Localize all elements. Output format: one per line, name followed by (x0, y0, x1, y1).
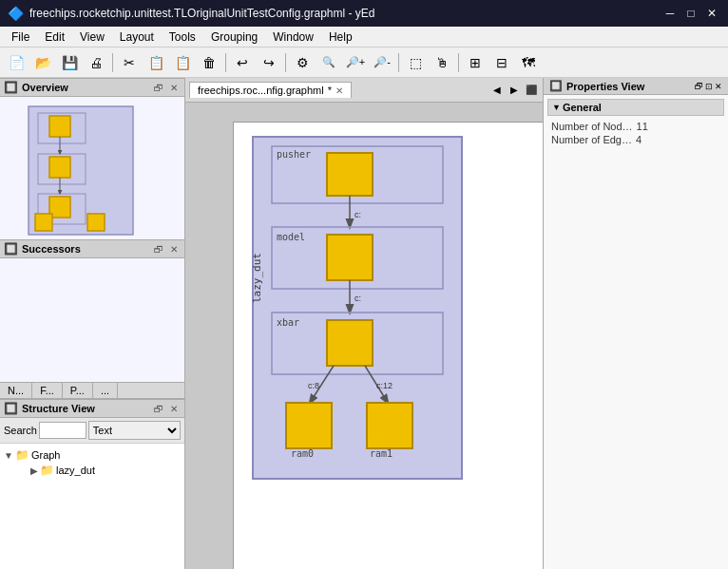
svg-rect-20 (327, 235, 373, 280)
successors-restore-btn[interactable]: 🗗 (152, 242, 165, 256)
document-tabs: freechips.roc...nfig.graphml * ✕ ◀ ▶ ⬛ (185, 78, 543, 103)
toolbar-zoom-fit[interactable]: 🔍 (316, 50, 341, 75)
tree-item-graph[interactable]: ▼ 📁 Graph (4, 447, 181, 463)
prop-value-edges: 4 (636, 134, 642, 145)
toolbar-zoom-in[interactable]: 🔎+ (343, 50, 368, 75)
toolbar-fit[interactable]: ⬚ (403, 50, 428, 75)
search-type-dropdown[interactable]: Text Label (88, 421, 181, 440)
doc-tab-close[interactable]: ✕ (335, 85, 343, 96)
canvas[interactable]: lazy_dut pusher c: model (185, 103, 543, 569)
overview-panel: 🔲 Overview 🗗 ✕ (0, 78, 184, 239)
structure-restore-btn[interactable]: 🗗 (152, 402, 165, 415)
svg-text:ram0: ram0 (291, 448, 314, 459)
toolbar-new[interactable]: 📄 (4, 50, 29, 75)
graph-diagram: lazy_dut pusher c: model (243, 132, 543, 569)
doc-tab-graphml[interactable]: freechips.roc...nfig.graphml * ✕ (189, 82, 352, 98)
close-button[interactable]: ✕ (703, 5, 720, 22)
properties-section-arrow: ▼ (552, 103, 561, 112)
overview-diagram (10, 102, 157, 239)
toolbar-separator-4 (398, 53, 399, 72)
toolbar-redo[interactable]: ↪ (257, 50, 281, 75)
overview-panel-header: 🔲 Overview 🗗 ✕ (0, 78, 184, 97)
successors-title: Successors (22, 243, 148, 255)
svg-text:xbar: xbar (277, 317, 299, 328)
tree-arrow-lazy-dut: ▶ (30, 465, 38, 476)
toolbar-print[interactable]: 🖨 (84, 50, 108, 75)
doc-tab-modified: * (328, 85, 332, 96)
tab-extra[interactable]: ... (93, 383, 118, 398)
tab-nav-next[interactable]: ▶ (507, 83, 522, 98)
successors-panel-buttons: 🗗 ✕ (152, 242, 181, 256)
tab-buttons: N... F... P... ... (0, 382, 184, 399)
tab-n[interactable]: N... (0, 383, 32, 398)
properties-icon: 🔲 (549, 80, 563, 92)
toolbar-separator-5 (458, 53, 459, 72)
structure-close-btn[interactable]: ✕ (167, 402, 181, 415)
toolbar-copy[interactable]: 📋 (144, 50, 168, 75)
window-title: freechips.rocketchip.unittest.TLOriginal… (29, 7, 661, 20)
properties-panel: 🔲 Properties View 🗗 ⊡ ✕ ▼ General Number… (543, 78, 728, 569)
toolbar-delete[interactable]: 🗑 (197, 50, 221, 75)
overview-icon: 🔲 (4, 81, 18, 94)
minimize-button[interactable]: ─ (661, 5, 679, 22)
tree-item-lazy-dut[interactable]: ▶ 📁 lazy_dut (4, 463, 181, 478)
properties-restore-btn[interactable]: 🗗 (695, 82, 703, 91)
main-layout: 🔲 Overview 🗗 ✕ (0, 78, 728, 569)
successors-close-btn[interactable]: ✕ (167, 242, 181, 256)
toolbar-undo[interactable]: ↩ (230, 50, 255, 75)
properties-header: 🔲 Properties View 🗗 ⊡ ✕ (544, 78, 728, 95)
svg-text:model: model (277, 232, 305, 242)
prop-value-nodes: 11 (637, 121, 648, 132)
tab-p[interactable]: P... (63, 383, 93, 398)
toolbar-cut[interactable]: ✂ (117, 50, 142, 75)
toolbar-zoom-out[interactable]: 🔎- (370, 50, 394, 75)
toolbar-save[interactable]: 💾 (57, 50, 82, 75)
properties-detach-btn[interactable]: ⊡ (705, 82, 713, 91)
properties-close-btn[interactable]: ✕ (715, 82, 722, 91)
menu-edit[interactable]: Edit (37, 28, 72, 46)
menu-view[interactable]: View (72, 28, 112, 46)
tab-f[interactable]: F... (32, 383, 63, 398)
toolbar-grid[interactable]: ⊞ (463, 50, 488, 75)
svg-rect-8 (87, 214, 105, 231)
structure-tree: ▼ 📁 Graph ▶ 📁 lazy_dut (0, 444, 184, 569)
properties-content: ▼ General Number of Nod… 11 Number of Ed… (544, 95, 728, 569)
maximize-button[interactable]: □ (682, 5, 699, 22)
toolbar-select[interactable]: 🖱 (430, 50, 454, 75)
toolbar-settings[interactable]: ⚙ (290, 50, 315, 75)
svg-text:lazy_dut: lazy_dut (251, 253, 263, 303)
structure-search-bar: Search Text Label (0, 418, 184, 444)
successors-panel-header: 🔲 Successors 🗗 ✕ (0, 239, 184, 258)
svg-rect-2 (49, 116, 70, 137)
toolbar-paste[interactable]: 📋 (170, 50, 195, 75)
menu-layout[interactable]: Layout (112, 28, 162, 46)
menu-file[interactable]: File (4, 28, 37, 46)
toolbar-map[interactable]: 🗺 (516, 50, 541, 75)
properties-title: Properties View (566, 81, 644, 92)
overview-restore-btn[interactable]: 🗗 (152, 81, 165, 94)
menu-grouping[interactable]: Grouping (203, 28, 265, 46)
properties-row-nodes: Number of Nod… 11 (547, 120, 724, 133)
properties-row-edges: Number of Edg… 4 (547, 133, 724, 146)
tab-nav-list[interactable]: ⬛ (524, 83, 539, 98)
search-label: Search (4, 425, 37, 436)
toolbar-snap[interactable]: ⊟ (489, 50, 514, 75)
menu-help[interactable]: Help (321, 28, 360, 46)
doc-tab-navigation: ◀ ▶ ⬛ (489, 83, 539, 98)
left-panels: 🔲 Overview 🗗 ✕ (0, 78, 185, 569)
center-area: freechips.roc...nfig.graphml * ✕ ◀ ▶ ⬛ (185, 78, 543, 569)
tree-item-lazy-dut-label: lazy_dut (56, 465, 95, 476)
svg-rect-25 (327, 320, 373, 366)
menu-tools[interactable]: Tools (162, 28, 203, 46)
menu-window[interactable]: Window (265, 28, 321, 46)
canvas-inner: lazy_dut pusher c: model (233, 122, 543, 569)
svg-text:c:12: c:12 (376, 381, 393, 390)
prop-key-nodes: Number of Nod… (551, 121, 633, 132)
svg-text:ram1: ram1 (370, 448, 393, 459)
tab-nav-prev[interactable]: ◀ (489, 83, 505, 98)
search-input[interactable] (39, 422, 86, 439)
svg-rect-7 (35, 214, 52, 231)
toolbar-open[interactable]: 📂 (30, 50, 55, 75)
toolbar: 📄 📂 💾 🖨 ✂ 📋 📋 🗑 ↩ ↪ ⚙ 🔍 🔎+ 🔎- ⬚ 🖱 ⊞ ⊟ 🗺 (0, 47, 728, 78)
overview-close-btn[interactable]: ✕ (167, 81, 181, 94)
